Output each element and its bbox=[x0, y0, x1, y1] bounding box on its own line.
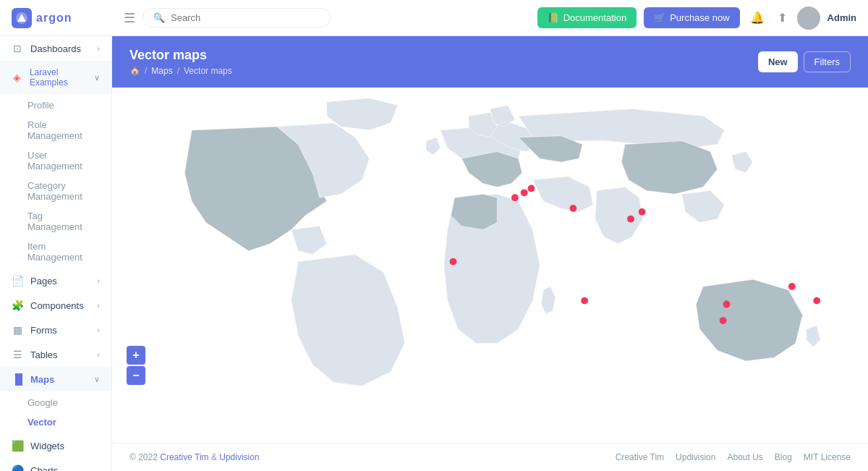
page-header-left: Vector maps 🏠 / Maps / Vector maps bbox=[129, 48, 232, 76]
chevron-down-icon: ∨ bbox=[94, 375, 100, 384]
dashboards-icon: ⊡ bbox=[12, 43, 23, 54]
sidebar-item-vector-maps[interactable]: Vector bbox=[27, 412, 111, 432]
sidebar-item-google-maps[interactable]: Google bbox=[27, 393, 111, 412]
copyright: © 2022 bbox=[129, 452, 158, 462]
search-bar: 🔍 bbox=[142, 8, 331, 27]
pages-icon: 📄 bbox=[12, 275, 23, 287]
world-map-svg[interactable] bbox=[112, 88, 868, 443]
widgets-icon: 🟩 bbox=[12, 440, 23, 451]
breadcrumb-maps-link[interactable]: Maps bbox=[151, 66, 172, 76]
logo-icon bbox=[12, 8, 32, 28]
svg-point-10 bbox=[639, 208, 646, 216]
components-icon: 🧩 bbox=[12, 300, 23, 311]
hamburger-button[interactable]: ☰ bbox=[124, 10, 135, 26]
sidebar-item-tag-management[interactable]: Tag Management bbox=[27, 206, 111, 237]
chevron-right-icon: › bbox=[97, 44, 100, 53]
logo-text: argon bbox=[36, 12, 72, 25]
footer-about-link[interactable]: About Us bbox=[727, 452, 762, 462]
admin-label: Admin bbox=[827, 12, 856, 23]
main-content: Vector maps 🏠 / Maps / Vector maps New F… bbox=[112, 36, 868, 471]
footer: © 2022 Creative Tim & Updivision Creativ… bbox=[112, 443, 868, 471]
maps-sub-menu: Google Vector bbox=[0, 391, 111, 433]
app-logo: argon bbox=[12, 8, 124, 28]
footer-blog-link[interactable]: Blog bbox=[775, 452, 792, 462]
svg-point-14 bbox=[813, 297, 820, 305]
sidebar-item-forms[interactable]: ▦ Forms › bbox=[0, 318, 111, 342]
forms-icon: ▦ bbox=[12, 324, 23, 336]
sidebar-item-category-management[interactable]: Category Management bbox=[27, 176, 111, 206]
chevron-right-icon: › bbox=[97, 276, 100, 285]
footer-left: © 2022 Creative Tim & Updivision bbox=[129, 452, 260, 462]
avatar bbox=[797, 7, 820, 30]
topnav-right: 📗 Documentation 🛒 Purchase now 🔔 ⬆ Admin bbox=[537, 7, 856, 30]
svg-point-6 bbox=[528, 185, 535, 192]
sidebar-item-widgets[interactable]: 🟩 Widgets bbox=[0, 433, 111, 458]
svg-point-3 bbox=[801, 21, 816, 30]
sidebar-item-maps[interactable]: ▐▌ Maps ∨ bbox=[0, 367, 111, 391]
chevron-right-icon: › bbox=[97, 326, 100, 334]
purchase-button[interactable]: 🛒 Purchase now bbox=[644, 7, 739, 28]
doc-icon: 📗 bbox=[548, 12, 559, 23]
map-svg-wrapper bbox=[112, 88, 868, 443]
sidebar-item-charts[interactable]: 🔵 Charts bbox=[0, 458, 111, 471]
svg-point-5 bbox=[521, 189, 528, 196]
search-icon: 🔍 bbox=[153, 12, 165, 23]
filters-button[interactable]: Filters bbox=[804, 51, 851, 72]
page-title: Vector maps bbox=[129, 48, 232, 63]
tables-icon: ☰ bbox=[12, 349, 23, 360]
updivision-link[interactable]: Updivision bbox=[219, 452, 259, 462]
svg-point-7 bbox=[569, 205, 576, 212]
home-icon: 🏠 bbox=[129, 66, 140, 76]
sidebar-item-role-management[interactable]: Role Management bbox=[27, 115, 111, 145]
footer-updivision-link[interactable]: Updivision bbox=[676, 452, 715, 462]
new-button[interactable]: New bbox=[758, 51, 798, 72]
maps-icon: ▐▌ bbox=[12, 373, 23, 385]
documentation-button[interactable]: 📗 Documentation bbox=[537, 7, 637, 28]
svg-point-13 bbox=[788, 283, 796, 290]
chevron-right-icon: › bbox=[97, 350, 100, 359]
page-header-right: New Filters bbox=[758, 51, 851, 72]
laravel-sub-menu: Profile Role Management User Management … bbox=[0, 94, 111, 268]
zoom-in-button[interactable]: + bbox=[127, 346, 145, 365]
sidebar: ⊡ Dashboards › ◈ Laravel Examples ∨ Prof… bbox=[0, 36, 112, 471]
breadcrumb-current: Vector maps bbox=[184, 66, 232, 76]
breadcrumb: 🏠 / Maps / Vector maps bbox=[129, 66, 232, 76]
settings-button[interactable]: ⬆ bbox=[775, 8, 790, 27]
cart-icon: 🛒 bbox=[654, 12, 665, 23]
chevron-down-icon: ∨ bbox=[94, 73, 100, 82]
app-body: ⊡ Dashboards › ◈ Laravel Examples ∨ Prof… bbox=[0, 36, 868, 471]
svg-point-8 bbox=[450, 258, 457, 266]
svg-point-12 bbox=[581, 297, 588, 305]
sidebar-item-tables[interactable]: ☰ Tables › bbox=[0, 342, 111, 367]
sidebar-item-pages[interactable]: 📄 Pages › bbox=[0, 268, 111, 293]
svg-point-2 bbox=[804, 11, 813, 20]
topnav: argon ☰ 🔍 📗 Documentation 🛒 Purchase now… bbox=[0, 0, 868, 36]
svg-point-11 bbox=[723, 301, 731, 308]
footer-mit-link[interactable]: MIT License bbox=[804, 452, 851, 462]
sidebar-item-laravel-examples[interactable]: ◈ Laravel Examples ∨ bbox=[0, 61, 111, 94]
footer-right: Creative Tim Updivision About Us Blog MI… bbox=[616, 452, 851, 462]
search-input[interactable] bbox=[171, 12, 320, 23]
chevron-right-icon: › bbox=[97, 301, 100, 310]
sidebar-item-components[interactable]: 🧩 Components › bbox=[0, 293, 111, 318]
sidebar-item-dashboards[interactable]: ⊡ Dashboards › bbox=[0, 36, 111, 61]
notification-button[interactable]: 🔔 bbox=[747, 8, 767, 27]
footer-creative-tim-link[interactable]: Creative Tim bbox=[616, 452, 664, 462]
charts-icon: 🔵 bbox=[12, 464, 23, 471]
map-container: + − bbox=[112, 88, 868, 443]
page-header: Vector maps 🏠 / Maps / Vector maps New F… bbox=[112, 36, 868, 88]
sidebar-item-user-management[interactable]: User Management bbox=[27, 145, 111, 176]
zoom-out-button[interactable]: − bbox=[127, 366, 145, 385]
sidebar-item-profile[interactable]: Profile bbox=[27, 96, 111, 115]
laravel-icon: ◈ bbox=[12, 72, 22, 83]
svg-point-4 bbox=[511, 194, 519, 201]
svg-point-15 bbox=[720, 317, 727, 324]
sidebar-item-item-management[interactable]: Item Management bbox=[27, 237, 111, 267]
svg-point-9 bbox=[627, 216, 634, 223]
creative-tim-link[interactable]: Creative Tim bbox=[160, 452, 208, 462]
zoom-controls: + − bbox=[127, 346, 145, 385]
